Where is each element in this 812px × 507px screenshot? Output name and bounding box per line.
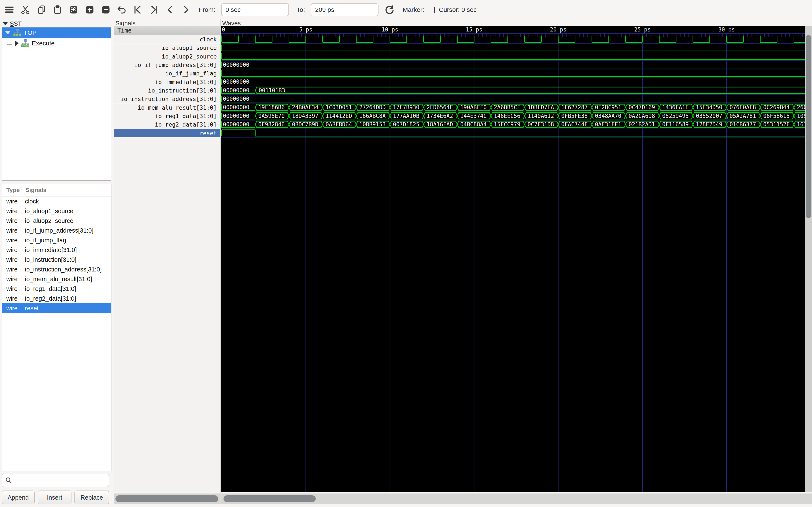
svg-text:05259495: 05259495 xyxy=(662,113,689,119)
step-back-icon[interactable] xyxy=(165,5,175,15)
copy-icon[interactable] xyxy=(36,5,47,15)
table-row[interactable]: wireio_reg2_data[31:0] xyxy=(2,294,111,303)
paste-icon[interactable] xyxy=(52,5,63,15)
svg-text:177AA10B: 177AA10B xyxy=(393,113,419,119)
wave-signal-label[interactable]: io_instruction[31:0] xyxy=(114,87,220,95)
table-row[interactable]: wirereset xyxy=(2,303,111,313)
signal-type: wire xyxy=(2,246,21,253)
wave-signal-label[interactable]: io_if_jump_flag xyxy=(114,69,220,78)
module-icon xyxy=(13,29,21,37)
svg-text:18D43397: 18D43397 xyxy=(292,113,318,119)
time-header[interactable]: Time xyxy=(114,26,220,35)
table-row[interactable]: wireio_aluop2_source xyxy=(2,216,111,226)
signal-type: wire xyxy=(2,256,21,263)
menu-icon[interactable] xyxy=(4,5,14,15)
waves-hscrollbar[interactable] xyxy=(221,494,812,504)
wave-signal-label[interactable]: io_instruction_address[31:0] xyxy=(114,95,220,103)
signal-name: reset xyxy=(21,305,39,312)
signal-name: clock xyxy=(21,198,39,205)
svg-text:0A2CA698: 0A2CA698 xyxy=(628,113,655,119)
table-row[interactable]: wireio_reg1_data[31:0] xyxy=(2,284,111,294)
tree-node-top[interactable]: TOP xyxy=(2,27,111,38)
table-row[interactable]: wireio_instruction_address[31:0] xyxy=(2,265,111,274)
signal-type: wire xyxy=(2,266,21,273)
table-row[interactable]: wireio_mem_alu_result[31:0] xyxy=(2,274,111,284)
svg-text:01CB6377: 01CB6377 xyxy=(729,121,756,128)
svg-text:1140A612: 1140A612 xyxy=(527,113,554,119)
wave-signal-label[interactable]: io_mem_alu_result[31:0] xyxy=(114,104,220,112)
zoom-out-icon[interactable] xyxy=(101,5,111,15)
signal-type: wire xyxy=(2,208,21,215)
step-forward-icon[interactable] xyxy=(181,5,191,15)
waves-vscroll-thumb[interactable] xyxy=(806,35,811,218)
to-input[interactable] xyxy=(311,3,378,16)
svg-text:0BDC7B9D: 0BDC7B9D xyxy=(292,121,318,128)
toolbar: From: To: Marker: -- | Cursor: 0 sec xyxy=(0,0,812,19)
replace-button[interactable]: Replace xyxy=(74,491,109,504)
svg-text:0A595E70: 0A595E70 xyxy=(258,113,285,119)
svg-text:114412ED: 114412ED xyxy=(326,113,352,119)
svg-text:04BC88A4: 04BC88A4 xyxy=(460,121,487,128)
table-row[interactable]: wireio_instruction[31:0] xyxy=(2,255,111,265)
wave-signal-label[interactable]: reset xyxy=(114,129,220,137)
sst-collapse-icon[interactable] xyxy=(3,22,8,25)
svg-text:0C269B44: 0C269B44 xyxy=(763,104,790,110)
zoom-fit-icon[interactable] xyxy=(68,5,79,15)
signal-name: io_mem_alu_result[31:0] xyxy=(21,276,92,283)
signals-hscrollbar[interactable] xyxy=(114,494,220,504)
reload-icon[interactable] xyxy=(385,5,395,15)
tree-node-execute[interactable]: Execute xyxy=(2,38,111,49)
svg-text:00000000: 00000000 xyxy=(223,96,249,102)
svg-text:05A2A781: 05A2A781 xyxy=(729,113,756,119)
wave-signal-label[interactable]: io_if_jump_address[31:0] xyxy=(114,61,220,69)
waves-vscrollbar[interactable] xyxy=(805,26,812,492)
append-button[interactable]: Append xyxy=(2,491,35,504)
signals-hscroll-thumb[interactable] xyxy=(115,495,218,502)
signal-search-box[interactable] xyxy=(2,473,109,487)
skip-to-start-icon[interactable] xyxy=(133,5,143,15)
wave-signal-label[interactable]: io_aluop1_source xyxy=(114,44,220,52)
wave-signal-label[interactable]: clock xyxy=(114,35,220,44)
skip-to-end-icon[interactable] xyxy=(149,5,159,15)
svg-text:15FCC979: 15FCC979 xyxy=(494,121,520,128)
panel-divider-right xyxy=(220,19,220,507)
table-row[interactable]: wireio_immediate[31:0] xyxy=(2,245,111,255)
undo-icon[interactable] xyxy=(117,5,127,15)
cut-icon[interactable] xyxy=(20,5,31,15)
svg-text:00000000: 00000000 xyxy=(223,78,249,85)
svg-text:128E2D49: 128E2D49 xyxy=(696,121,722,128)
wave-signal-label[interactable]: io_reg1_data[31:0] xyxy=(114,112,220,120)
module-icon xyxy=(21,39,30,48)
expand-arrow-icon[interactable] xyxy=(15,41,18,46)
table-row[interactable]: wireio_if_jump_address[31:0] xyxy=(2,226,111,235)
hierarchy-tree[interactable]: TOPExecute xyxy=(2,27,111,181)
wave-signal-label[interactable]: io_reg2_data[31:0] xyxy=(114,120,220,129)
signals-panel: Time clockio_aluop1_sourceio_aluop2_sour… xyxy=(114,26,220,492)
svg-text:0F982846: 0F982846 xyxy=(258,121,285,128)
wave-signal-label[interactable]: io_immediate[31:0] xyxy=(114,78,220,87)
table-row[interactable]: wireclock xyxy=(2,196,111,206)
table-row[interactable]: wireio_if_jump_flag xyxy=(2,235,111,245)
sst-header[interactable]: SST xyxy=(3,20,21,27)
waveform-canvas[interactable]: 05 ps10 ps15 ps20 ps25 ps30 ps0000000000… xyxy=(221,26,805,492)
signal-type: wire xyxy=(2,295,21,302)
signal-name: io_instruction_address[31:0] xyxy=(21,266,102,273)
signal-type: wire xyxy=(2,276,21,283)
svg-text:166ABC8A: 166ABC8A xyxy=(359,113,386,119)
signal-name: io_reg2_data[31:0] xyxy=(21,295,76,302)
signal-type: wire xyxy=(2,305,21,312)
search-input[interactable] xyxy=(14,477,109,484)
svg-text:03552007: 03552007 xyxy=(696,113,722,119)
signal-type: wire xyxy=(2,217,21,224)
insert-button[interactable]: Insert xyxy=(38,491,71,504)
signal-name: io_instruction[31:0] xyxy=(21,256,77,263)
zoom-in-icon[interactable] xyxy=(85,5,95,15)
waves-hscroll-thumb[interactable] xyxy=(223,495,316,502)
svg-text:00000000: 00000000 xyxy=(223,104,249,110)
svg-text:144E374C: 144E374C xyxy=(460,113,487,119)
svg-text:5 ps: 5 ps xyxy=(299,26,312,33)
from-input[interactable] xyxy=(221,3,289,16)
table-row[interactable]: wireio_aluop1_source xyxy=(2,206,111,216)
wave-signal-label[interactable]: io_aluop2_source xyxy=(114,52,220,61)
collapse-arrow-icon[interactable] xyxy=(5,31,11,35)
